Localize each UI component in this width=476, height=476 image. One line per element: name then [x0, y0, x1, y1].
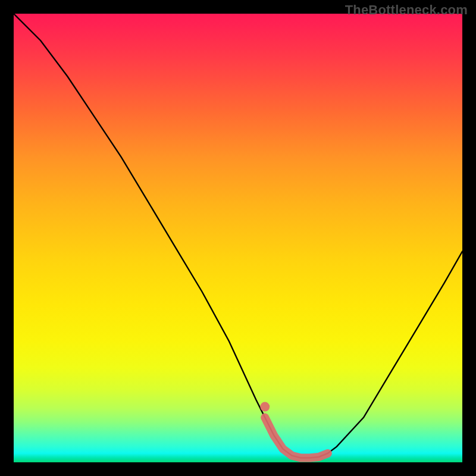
bottleneck-curve	[14, 14, 462, 458]
optimal-range-highlight	[265, 418, 328, 458]
plot-area	[14, 14, 462, 462]
curve-layer	[14, 14, 462, 462]
highlight-start-dot	[260, 402, 270, 412]
bottleneck-chart: TheBottleneck.com	[0, 0, 476, 476]
watermark-text: TheBottleneck.com	[345, 2, 468, 18]
